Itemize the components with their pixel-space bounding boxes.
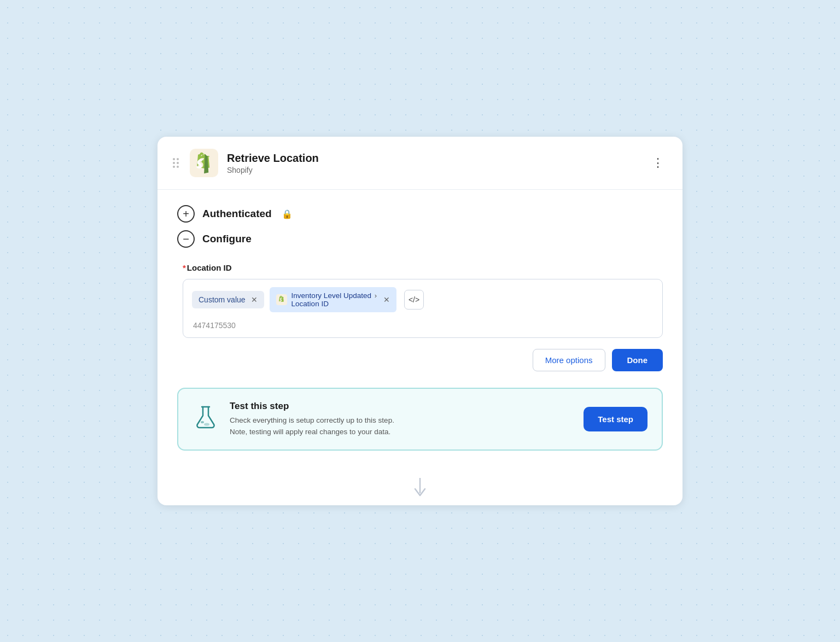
test-step-description: Check everything is setup correctly up t…	[230, 415, 394, 437]
authenticated-row: + Authenticated 🔒	[177, 205, 663, 223]
shopify-logo-icon	[190, 149, 218, 177]
header-title: Retrieve Location Shopify	[227, 152, 319, 174]
arrow-connector	[158, 468, 682, 505]
configure-label: Configure	[202, 233, 252, 245]
custom-value-pill-close-button[interactable]: ✕	[251, 296, 258, 304]
required-star: *	[183, 263, 186, 272]
shopify-pill-breadcrumb: Inventory Level Updated › Location ID	[291, 291, 378, 308]
header-subtitle: Shopify	[227, 166, 319, 174]
card-body: + Authenticated 🔒 − Configure *Location …	[158, 190, 682, 468]
button-row: More options Done	[183, 349, 663, 371]
authenticated-expand-button[interactable]: +	[177, 205, 195, 223]
main-card: Retrieve Location Shopify ⋮ + Authentica…	[158, 137, 682, 505]
svg-point-2	[201, 421, 204, 423]
field-value-text: 4474175530	[192, 319, 654, 330]
pill-row: Custom value ✕ Inventory Level Updated ›	[192, 287, 654, 312]
location-id-field-area: *Location ID Custom value ✕	[183, 263, 663, 371]
test-step-button[interactable]: Test step	[584, 407, 648, 431]
card-header: Retrieve Location Shopify ⋮	[158, 137, 682, 190]
lock-icon: 🔒	[282, 209, 293, 219]
svg-point-3	[204, 423, 209, 426]
shopify-pill: Inventory Level Updated › Location ID ✕	[270, 287, 396, 312]
drag-handle[interactable]	[173, 158, 179, 168]
field-box: Custom value ✕ Inventory Level Updated ›	[183, 279, 663, 338]
shopify-pill-icon	[276, 294, 287, 305]
field-label: *Location ID	[183, 263, 663, 272]
shopify-pill-close-button[interactable]: ✕	[383, 296, 390, 304]
custom-value-pill-label: Custom value	[199, 295, 246, 304]
flask-icon	[192, 404, 219, 435]
test-step-box: Test this step Check everything is setup…	[177, 388, 663, 451]
header-left: Retrieve Location Shopify	[173, 149, 319, 177]
more-options-button[interactable]: More options	[533, 349, 605, 371]
test-step-title: Test this step	[230, 401, 394, 412]
test-step-left: Test this step Check everything is setup…	[192, 401, 394, 437]
test-step-text: Test this step Check everything is setup…	[230, 401, 394, 437]
authenticated-label: Authenticated	[202, 208, 272, 220]
code-editor-button[interactable]: </>	[404, 290, 424, 310]
code-icon: </>	[409, 295, 419, 304]
configure-row: − Configure	[177, 230, 663, 248]
pill-arrow-icon: ›	[375, 291, 377, 300]
more-options-header-button[interactable]: ⋮	[649, 154, 667, 172]
done-button[interactable]: Done	[612, 349, 663, 371]
configure-expand-button[interactable]: −	[177, 230, 195, 248]
custom-value-pill: Custom value ✕	[192, 291, 264, 308]
header-title-text: Retrieve Location	[227, 152, 319, 165]
